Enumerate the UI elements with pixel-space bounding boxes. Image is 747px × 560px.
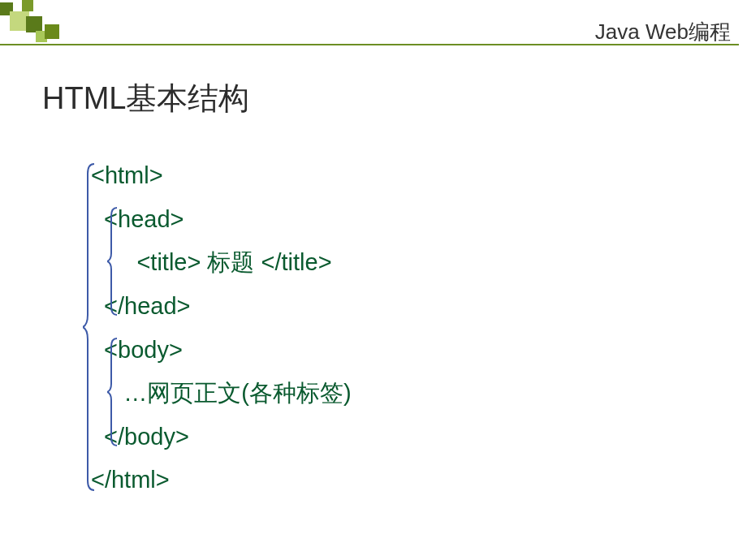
- code-line-1: <html>: [91, 154, 352, 198]
- slide-title: HTML基本结构: [42, 78, 249, 119]
- code-line-4: </head>: [91, 285, 352, 329]
- code-line-6: …网页正文(各种标签): [91, 372, 352, 416]
- bracket-head: [107, 205, 120, 318]
- code-line-3: <title> 标题 </title>: [91, 241, 352, 285]
- code-line-5: <body>: [91, 329, 352, 373]
- header-text: Java Web编程: [595, 18, 731, 46]
- code-line-7: </body>: [91, 416, 352, 459]
- code-line-2: <head>: [91, 198, 352, 242]
- bracket-body: [107, 335, 120, 449]
- code-line-8: </html>: [91, 459, 352, 502]
- code-block: <html> <head> <title> 标题 </title> </head…: [91, 154, 352, 502]
- decorative-squares: [0, 0, 81, 49]
- bracket-outer: [83, 161, 97, 493]
